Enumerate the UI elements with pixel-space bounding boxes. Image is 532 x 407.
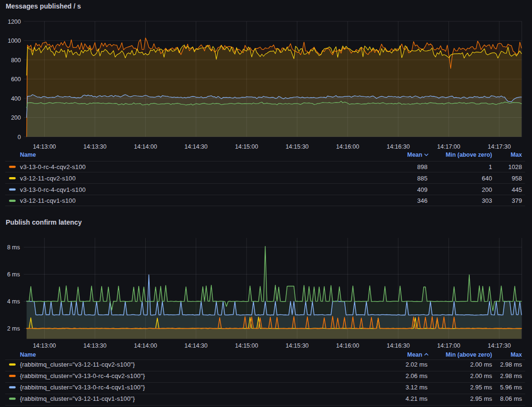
svg-text:8 ms: 8 ms [7, 244, 20, 251]
svg-text:14:14:00: 14:14:00 [134, 143, 157, 150]
svg-text:409: 409 [417, 186, 428, 193]
svg-text:6 ms: 6 ms [7, 271, 20, 278]
svg-text:14:13:30: 14:13:30 [84, 342, 107, 349]
svg-text:2.98 ms: 2.98 ms [500, 361, 522, 368]
svg-text:303: 303 [482, 197, 492, 204]
svg-text:5.96 ms: 5.96 ms [500, 384, 522, 391]
svg-text:Max: Max [511, 351, 522, 358]
svg-text:14:17:30: 14:17:30 [488, 143, 511, 150]
svg-text:1: 1 [489, 163, 492, 170]
svg-text:200: 200 [11, 114, 21, 121]
svg-text:2.02 ms: 2.02 ms [406, 361, 428, 368]
svg-text:958: 958 [512, 175, 522, 182]
svg-text:Min (above zero): Min (above zero) [446, 351, 492, 358]
svg-text:8.06 ms: 8.06 ms [500, 395, 522, 402]
svg-text:14:16:30: 14:16:30 [387, 342, 410, 349]
svg-text:4.21 ms: 4.21 ms [406, 395, 428, 402]
svg-text:346: 346 [417, 197, 428, 204]
svg-text:1000: 1000 [8, 38, 21, 44]
svg-text:14:16:00: 14:16:00 [336, 143, 360, 150]
svg-text:4 ms: 4 ms [7, 298, 20, 305]
svg-text:1028: 1028 [508, 163, 522, 170]
svg-text:14:13:00: 14:13:00 [33, 143, 56, 150]
svg-text:v3-13-0-rc-4-cqv2-s100: v3-13-0-rc-4-cqv2-s100 [20, 163, 86, 170]
svg-text:14:15:00: 14:15:00 [235, 143, 258, 150]
svg-text:2.06 ms: 2.06 ms [406, 372, 428, 379]
svg-text:{rabbitmq_cluster="v3-13-0-rc-: {rabbitmq_cluster="v3-13-0-rc-4-cqv1-s10… [20, 384, 145, 391]
svg-text:Name: Name [20, 151, 36, 158]
svg-text:600: 600 [11, 76, 21, 83]
svg-text:200: 200 [482, 186, 492, 193]
svg-text:14:15:00: 14:15:00 [235, 342, 258, 349]
svg-text:14:17:00: 14:17:00 [437, 342, 460, 349]
svg-text:885: 885 [417, 175, 428, 182]
svg-text:v3-12-11-cqv1-s100: v3-12-11-cqv1-s100 [20, 197, 76, 204]
svg-text:14:14:30: 14:14:30 [184, 143, 208, 150]
svg-text:0: 0 [18, 134, 21, 141]
svg-text:445: 445 [512, 186, 522, 193]
svg-text:Mean: Mean [407, 351, 422, 358]
svg-text:14:15:30: 14:15:30 [285, 143, 309, 150]
svg-text:2.95 ms: 2.95 ms [470, 384, 493, 391]
svg-text:Mean: Mean [407, 151, 422, 158]
svg-text:14:16:00: 14:16:00 [336, 342, 360, 349]
svg-text:800: 800 [11, 57, 21, 64]
svg-text:3.12 ms: 3.12 ms [406, 384, 428, 391]
svg-text:Min (above zero): Min (above zero) [446, 151, 492, 158]
svg-text:400: 400 [11, 95, 21, 102]
svg-text:{rabbitmq_cluster="v3-12-11-cq: {rabbitmq_cluster="v3-12-11-cqv2-s100"} [20, 361, 135, 368]
svg-text:2 ms: 2 ms [7, 325, 20, 332]
svg-text:14:13:00: 14:13:00 [33, 342, 56, 349]
svg-text:2.98 ms: 2.98 ms [500, 372, 522, 379]
svg-text:640: 640 [482, 175, 492, 182]
svg-text:2.95 ms: 2.95 ms [470, 395, 493, 402]
svg-text:{rabbitmq_cluster="v3-12-11-cq: {rabbitmq_cluster="v3-12-11-cqv1-s100"} [20, 395, 135, 402]
svg-text:2.00 ms: 2.00 ms [470, 361, 493, 368]
svg-text:14:13:30: 14:13:30 [84, 143, 107, 150]
svg-text:{rabbitmq_cluster="v3-13-0-rc-: {rabbitmq_cluster="v3-13-0-rc-4-cqv2-s10… [20, 372, 145, 379]
svg-text:14:14:30: 14:14:30 [184, 342, 208, 349]
svg-text:Max: Max [511, 151, 522, 158]
svg-text:Name: Name [20, 351, 36, 358]
svg-text:v3-13-0-rc-4-cqv1-s100: v3-13-0-rc-4-cqv1-s100 [20, 186, 86, 193]
svg-text:14:17:30: 14:17:30 [488, 342, 511, 349]
svg-text:1200: 1200 [8, 19, 21, 25]
svg-text:2.00 ms: 2.00 ms [470, 372, 493, 379]
svg-text:379: 379 [512, 197, 522, 204]
svg-text:Publish confirm latency: Publish confirm latency [6, 218, 82, 226]
svg-text:Messages published / s: Messages published / s [6, 2, 81, 10]
svg-text:898: 898 [417, 163, 428, 170]
svg-text:14:16:30: 14:16:30 [387, 143, 410, 150]
svg-text:v3-12-11-cqv2-s100: v3-12-11-cqv2-s100 [20, 175, 76, 182]
svg-text:14:15:30: 14:15:30 [285, 342, 309, 349]
svg-text:14:14:00: 14:14:00 [134, 342, 157, 349]
svg-text:14:17:00: 14:17:00 [437, 143, 460, 150]
